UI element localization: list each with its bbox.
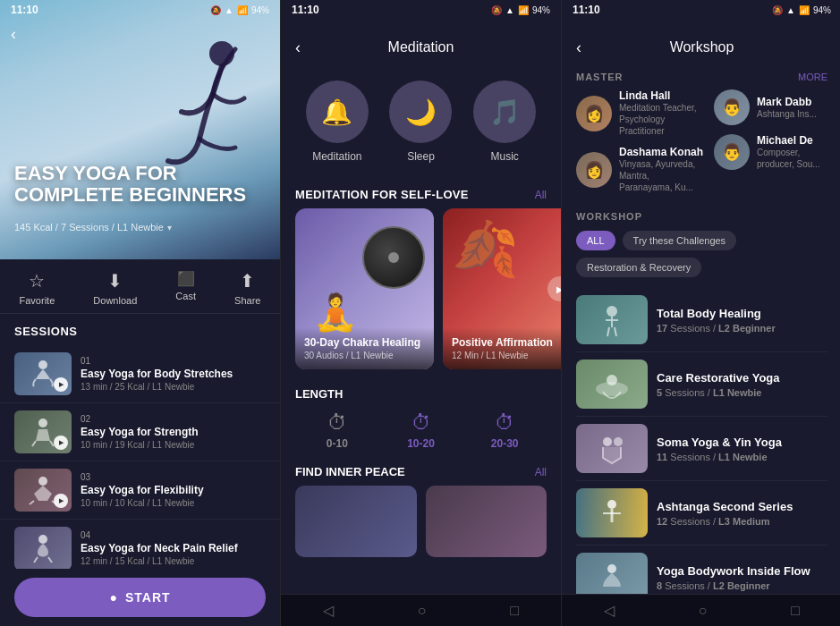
yoga-status-bar: 11:10 🔕 ▲ 📶 94% (0, 0, 280, 20)
med-cat-sleep-icon: 🌙 (389, 80, 452, 143)
ws-master-michael[interactable]: 👨 Michael De Composer, producer, Sou... (714, 134, 827, 170)
med-cat-sleep[interactable]: 🌙 Sleep (389, 80, 452, 163)
length-opt-10-20[interactable]: ⏱ 10-20 (379, 411, 463, 451)
find-card-1[interactable] (295, 486, 417, 557)
ws-course-ashtanga[interactable]: Ashtanga Second Series 12 Sessions / L3 … (576, 481, 827, 546)
med-nav-recent[interactable]: □ (510, 603, 519, 619)
med-card-chakra-name: 30-Day Chakra Healing (304, 336, 425, 349)
share-button[interactable]: ⬆ Share (234, 270, 260, 306)
ws-master-michael-role: Composer, producer, Sou... (757, 147, 827, 170)
cast-label: Cast (175, 291, 196, 301)
session-item-1[interactable]: ▶ 01 Easy Yoga for Body Stretches 13 min… (0, 345, 280, 403)
ws-nav-bar: ◁ ○ □ (562, 594, 840, 626)
ws-master-dashama[interactable]: 👩 Dashama Konah Vinyasa, Ayurveda, Mantr… (576, 146, 703, 193)
ws-nav-home[interactable]: ○ (699, 603, 708, 619)
med-card-affirmation-meta: 12 Min / L1 Newbie (452, 351, 561, 360)
ws-course-restorative-name: Care Restorative Yoga (657, 371, 827, 385)
med-card-chakra-meta: 30 Audios / L1 Newbie (304, 351, 425, 360)
med-self-love-all[interactable]: All (535, 189, 547, 201)
length-dial-10-20: ⏱ (379, 411, 463, 435)
med-cat-meditation-label: Meditation (312, 150, 361, 163)
ws-tab-challenges[interactable]: Try these Challenges (623, 231, 737, 250)
med-mute-icon: 🔕 (491, 5, 502, 15)
med-battery: 94% (532, 5, 550, 15)
svg-point-8 (603, 437, 612, 446)
ws-nav-recent[interactable]: □ (791, 603, 800, 619)
find-peace-all[interactable]: All (535, 466, 547, 478)
find-peace-header: FIND INNER PEACE All (281, 461, 561, 486)
ws-status-bar: 11:10 🔕 ▲ 📶 94% (562, 0, 840, 20)
session-num-2: 02 (81, 414, 266, 424)
med-nav-back[interactable]: ◁ (323, 602, 334, 619)
ws-course-soma[interactable]: Soma Yoga & Yin Yoga 11 Sessions / L1 Ne… (576, 417, 827, 481)
yoga-status-time: 11:10 (11, 4, 38, 16)
chevron-down-icon: ▾ (167, 223, 172, 233)
ws-master-mark[interactable]: 👨 Mark Dabb Ashtanga Ins... (714, 89, 827, 125)
find-peace-title: FIND INNER PEACE (295, 465, 405, 478)
med-cat-meditation[interactable]: 🔔 Meditation (306, 80, 369, 163)
yoga-meta-text: 145 Kcal / 7 Sessions / L1 Newbie (14, 222, 164, 233)
med-cat-sleep-label: Sleep (407, 150, 435, 163)
download-label: Download (93, 295, 137, 306)
med-status-time: 11:10 (292, 4, 319, 16)
med-status-bar: 11:10 🔕 ▲ 📶 94% (281, 0, 561, 20)
ws-master-linda[interactable]: 👩 Linda Hall Meditation Teacher, Psychol… (576, 89, 703, 137)
session-play-icon-2: ▶ (54, 436, 68, 450)
session-num-3: 03 (81, 472, 266, 482)
med-card-affirmation[interactable]: 🍂 ▶ Positive Affirmation 12 Min / L1 New… (443, 208, 561, 369)
favorite-button[interactable]: ☆ Favorite (20, 270, 55, 306)
start-button[interactable]: ● START (14, 578, 266, 617)
ws-tab-restoration[interactable]: Restoration & Recovery (576, 258, 701, 277)
ws-tab-all[interactable]: ALL (576, 231, 615, 250)
med-card-chakra[interactable]: 🧘 30-Day Chakra Healing 30 Audios / L1 N… (295, 208, 434, 369)
length-opt-0-10[interactable]: ⏱ 0-10 (295, 411, 379, 451)
ws-master-linda-avatar: 👩 (576, 96, 612, 131)
med-nav-home[interactable]: ○ (418, 603, 427, 619)
session-meta-2: 10 min / 19 Kcal / L1 Newbie (81, 440, 266, 450)
ws-master-mark-avatar: 👨 (714, 89, 750, 125)
find-card-2[interactable] (426, 486, 547, 557)
ws-back-button[interactable]: ‹ (576, 38, 581, 57)
ws-master-mark-role: Ashtanga Ins... (757, 108, 827, 120)
yoga-back-button[interactable]: ‹ (11, 25, 16, 44)
ws-wifi-icon: ▲ (786, 5, 795, 15)
ws-mute-icon: 🔕 (772, 5, 783, 15)
session-num-4: 04 (81, 530, 266, 540)
med-title: Meditation (388, 39, 454, 55)
ws-course-total-body[interactable]: Total Body Healing 17 Sessions / L2 Begi… (576, 288, 827, 352)
svg-point-4 (38, 535, 47, 544)
signal-icon: 📶 (237, 5, 248, 15)
ws-course-ashtanga-info: Ashtanga Second Series 12 Sessions / L3 … (657, 500, 827, 527)
session-info-4: 04 Easy Yoga for Neck Pain Relief 12 min… (81, 530, 266, 566)
ws-course-bodywork[interactable]: Yoga Bodywork Inside Flow 8 Sessions / L… (576, 546, 827, 594)
download-button[interactable]: ⬇ Download (93, 270, 137, 306)
ws-master-linda-role: Meditation Teacher, Psychology Practitio… (619, 102, 703, 137)
med-back-button[interactable]: ‹ (295, 38, 301, 57)
session-thumb-1: ▶ (14, 352, 72, 395)
length-title: LENGTH (295, 387, 547, 401)
ws-course-restorative[interactable]: Care Restorative Yoga 5 Sessions / L1 Ne… (576, 352, 827, 417)
ws-masters-col-right: 👨 Mark Dabb Ashtanga Ins... 👨 Michael De… (714, 89, 827, 193)
cast-icon: ⬛ (177, 270, 195, 287)
share-label: Share (234, 295, 260, 306)
length-opt-20-30[interactable]: ⏱ 20-30 (462, 411, 547, 451)
ws-master-more[interactable]: MORE (798, 72, 827, 82)
session-item-2[interactable]: ▶ 02 Easy Yoga for Strength 10 min / 19 … (0, 403, 280, 461)
favorite-label: Favorite (20, 295, 55, 306)
med-card-affirmation-play[interactable]: ▶ (547, 276, 561, 301)
med-card-chakra-overlay: 30-Day Chakra Healing 30 Audios / L1 New… (295, 327, 434, 369)
med-cat-music[interactable]: 🎵 Music (473, 80, 536, 163)
meditation-panel: 11:10 🔕 ▲ 📶 94% ‹ Meditation 🔔 Meditatio… (281, 0, 561, 626)
ws-course-total-body-meta: 17 Sessions / L2 Beginner (657, 323, 827, 334)
session-meta-3: 10 min / 10 Kcal / L1 Newbie (81, 498, 266, 508)
ws-master-linda-info: Linda Hall Meditation Teacher, Psycholog… (619, 89, 703, 137)
length-section: LENGTH ⏱ 0-10 ⏱ 10-20 ⏱ 20-30 (281, 380, 561, 461)
sessions-section: SESSIONS ▶ 01 Easy Yoga for Body Stretch… (0, 314, 280, 594)
cast-button[interactable]: ⬛ Cast (175, 270, 196, 306)
svg-point-1 (38, 360, 47, 369)
ws-master-label: MASTER (576, 72, 623, 82)
ws-nav-back[interactable]: ◁ (604, 602, 615, 619)
session-item-3[interactable]: ▶ 03 Easy Yoga for Flexibility 10 min / … (0, 461, 280, 520)
session-play-icon-3: ▶ (54, 494, 68, 508)
svg-point-7 (607, 375, 617, 385)
